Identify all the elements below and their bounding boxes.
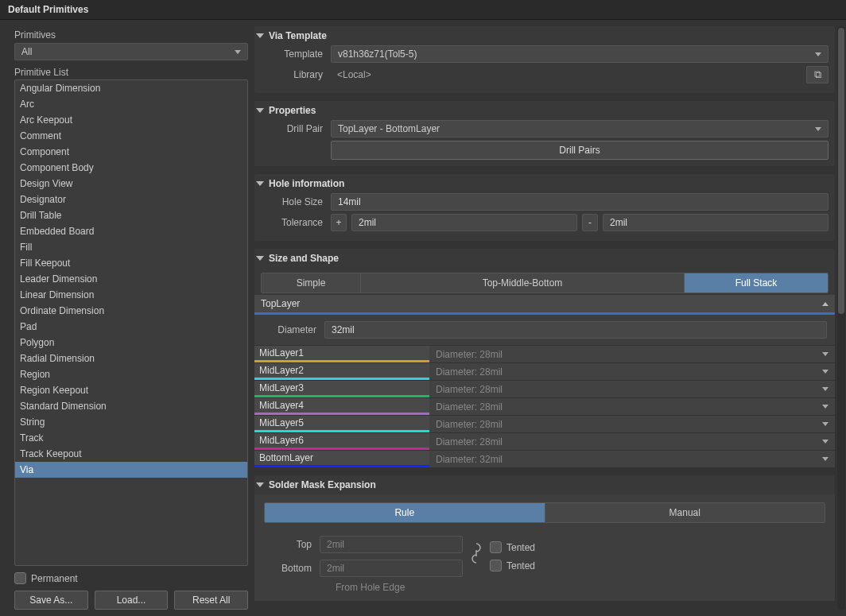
- list-item[interactable]: Track Keepout: [15, 446, 247, 462]
- bottom-expansion-input[interactable]: 2mil: [320, 560, 463, 577]
- rule-tab[interactable]: Rule: [265, 503, 545, 522]
- primitive-list[interactable]: Angular DimensionArcArc KeepoutCommentCo…: [14, 79, 248, 566]
- list-item[interactable]: Via: [15, 462, 247, 478]
- link-top-bottom-icon[interactable]: [469, 540, 483, 566]
- library-label: Library: [261, 69, 323, 80]
- list-item[interactable]: Arc: [15, 96, 247, 112]
- list-item[interactable]: Embedded Board: [15, 223, 247, 239]
- template-dropdown[interactable]: v81h36z71(Tol5-5): [331, 45, 829, 63]
- size-tab[interactable]: Top-Middle-Bottom: [361, 273, 685, 293]
- solder-mask-header[interactable]: Solder Mask Expansion: [254, 475, 835, 494]
- layer-row[interactable]: MidLayer6Diameter: 28mil: [254, 432, 835, 450]
- link-button[interactable]: ⧉: [806, 66, 829, 83]
- size-shape-section: Size and Shape SimpleTop-Middle-BottomFu…: [254, 249, 835, 467]
- tented-top-label: Tented: [506, 542, 535, 553]
- list-item[interactable]: Fill Keepout: [15, 255, 247, 271]
- drill-pair-dropdown[interactable]: TopLayer - BottomLayer: [331, 120, 829, 138]
- section-title: Size and Shape: [269, 253, 339, 264]
- size-shape-tabs: SimpleTop-Middle-BottomFull Stack: [261, 273, 829, 293]
- list-item[interactable]: Pad: [15, 319, 247, 335]
- layer-diameter[interactable]: Diameter: 28mil: [429, 432, 835, 450]
- list-item[interactable]: Standard Dimension: [15, 398, 247, 414]
- toplayer-header[interactable]: TopLayer: [254, 295, 835, 315]
- primitives-dropdown[interactable]: All: [14, 43, 248, 60]
- layer-row[interactable]: MidLayer3Diameter: 28mil: [254, 380, 835, 397]
- permanent-label: Permanent: [31, 573, 78, 584]
- drill-pairs-button[interactable]: Drill Pairs: [331, 141, 829, 160]
- hole-size-input[interactable]: 14mil: [331, 193, 829, 211]
- solder-mask-section: Solder Mask Expansion Rule Manual Top 2m…: [254, 475, 835, 601]
- hole-size-label: Hole Size: [261, 196, 323, 207]
- diameter-input[interactable]: 32mil: [324, 321, 827, 339]
- layer-diameter[interactable]: Diameter: 32mil: [429, 450, 835, 467]
- layer-name: MidLayer6: [254, 432, 429, 450]
- save-as-button[interactable]: Save As...: [14, 591, 88, 610]
- primitives-dropdown-value: All: [21, 46, 32, 57]
- chevron-down-icon: [822, 405, 829, 409]
- properties-header[interactable]: Properties: [254, 101, 835, 120]
- tolerance-minus-input[interactable]: 2mil: [603, 214, 829, 231]
- list-item[interactable]: Component: [15, 144, 247, 160]
- hole-info-header[interactable]: Hole information: [254, 174, 835, 193]
- layer-row[interactable]: MidLayer4Diameter: 28mil: [254, 397, 835, 415]
- left-panel: Primitives All Primitive List Angular Di…: [0, 20, 254, 616]
- layer-diameter[interactable]: Diameter: 28mil: [429, 380, 835, 397]
- list-item[interactable]: Component Body: [15, 160, 247, 176]
- permanent-checkbox[interactable]: [14, 572, 26, 584]
- manual-tab[interactable]: Manual: [545, 503, 825, 522]
- chevron-down-icon: [815, 127, 821, 131]
- list-item[interactable]: Drill Table: [15, 207, 247, 223]
- size-tab[interactable]: Simple: [262, 273, 361, 293]
- vertical-scrollbar[interactable]: [837, 26, 845, 610]
- collapse-icon: [256, 108, 264, 113]
- reset-all-button[interactable]: Reset All: [174, 591, 248, 610]
- size-shape-header[interactable]: Size and Shape: [254, 249, 835, 268]
- via-template-section: Via Template Template v81h36z71(Tol5-5) …: [254, 26, 835, 93]
- primitives-label: Primitives: [14, 29, 248, 41]
- layer-row[interactable]: MidLayer5Diameter: 28mil: [254, 415, 835, 432]
- list-item[interactable]: Linear Dimension: [15, 287, 247, 303]
- list-item[interactable]: Region Keepout: [15, 382, 247, 398]
- scrollbar-thumb[interactable]: [838, 28, 844, 314]
- layer-name: MidLayer3: [254, 380, 429, 397]
- tented-top-checkbox[interactable]: [490, 541, 502, 553]
- list-item[interactable]: Track: [15, 430, 247, 446]
- layer-row[interactable]: MidLayer1Diameter: 28mil: [254, 345, 835, 362]
- list-item[interactable]: Ordinate Dimension: [15, 303, 247, 319]
- tolerance-minus-button[interactable]: -: [582, 214, 598, 231]
- from-hole-edge-label: From Hole Edge: [336, 582, 825, 593]
- list-item[interactable]: Radial Dimension: [15, 351, 247, 366]
- layer-row[interactable]: MidLayer2Diameter: 28mil: [254, 362, 835, 380]
- via-template-header[interactable]: Via Template: [254, 26, 835, 45]
- list-item[interactable]: String: [15, 414, 247, 430]
- load-button[interactable]: Load...: [95, 591, 169, 610]
- layer-diameter[interactable]: Diameter: 28mil: [429, 415, 835, 432]
- list-item[interactable]: Design View: [15, 176, 247, 192]
- drill-pair-value: TopLayer - BottomLayer: [338, 123, 440, 134]
- list-item[interactable]: Arc Keepout: [15, 112, 247, 128]
- tented-bottom-checkbox[interactable]: [490, 560, 502, 571]
- primitive-list-label: Primitive List: [14, 67, 248, 78]
- tolerance-plus-input[interactable]: 2mil: [351, 214, 577, 231]
- list-item[interactable]: Polygon: [15, 335, 247, 351]
- layer-diameter[interactable]: Diameter: 28mil: [429, 362, 835, 380]
- drill-pair-label: Drill Pair: [261, 123, 323, 134]
- layer-diameter[interactable]: Diameter: 28mil: [429, 345, 835, 362]
- list-item[interactable]: Angular Dimension: [15, 80, 247, 96]
- list-item[interactable]: Comment: [15, 128, 247, 144]
- list-item[interactable]: Region: [15, 366, 247, 382]
- chevron-down-icon: [822, 387, 829, 391]
- tolerance-plus-button[interactable]: +: [331, 214, 347, 231]
- chevron-down-icon: [822, 352, 829, 356]
- top-expansion-input[interactable]: 2mil: [320, 536, 463, 553]
- size-tab[interactable]: Full Stack: [685, 273, 828, 293]
- bottom-label: Bottom: [264, 563, 312, 574]
- layer-diameter[interactable]: Diameter: 28mil: [429, 397, 835, 415]
- layer-row[interactable]: BottomLayerDiameter: 32mil: [254, 450, 835, 467]
- collapse-icon: [256, 181, 264, 186]
- list-item[interactable]: Designator: [15, 192, 247, 207]
- list-item[interactable]: Fill: [15, 239, 247, 255]
- solder-mode-tabs: Rule Manual: [264, 502, 825, 523]
- list-item[interactable]: Leader Dimension: [15, 271, 247, 287]
- chevron-down-icon: [822, 457, 829, 461]
